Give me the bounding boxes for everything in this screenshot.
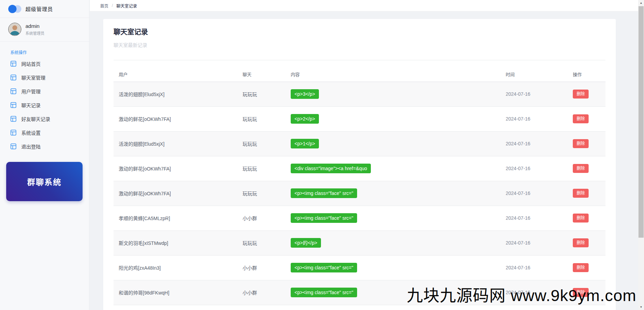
avatar — [8, 23, 21, 36]
delete-button[interactable]: 删除 — [573, 214, 589, 223]
cell-action: 删除 — [568, 82, 605, 106]
table-row: 孝顺的黄蜂[CA5MLzpR] 小小群 <p><img class="face"… — [114, 206, 605, 230]
sidebar-item-label: 好友聊天记录 — [21, 115, 50, 122]
cell-user: 激动的鲜花[oOKWh7FA] — [114, 106, 237, 131]
cell-content: <p><img class="face" src=" — [286, 181, 501, 206]
cell-user: 活泼的翅膀[Elud5xjX] — [114, 82, 237, 106]
sidebar-item[interactable]: 系统设置 — [0, 127, 89, 138]
cell-user: 激动的鲜花[oOKWh7FA] — [114, 156, 237, 181]
layout-icon — [10, 88, 17, 94]
cell-chat: 小小群 — [237, 280, 286, 305]
content-tag: <p>的</p> — [291, 238, 321, 248]
sidebar-item[interactable]: 用户管理 — [0, 86, 89, 96]
brand-header: 超级管理员 — [0, 0, 89, 18]
content-tag: <p>2</p> — [291, 114, 319, 124]
content-tag: <div class="image"><a href=&quo — [291, 164, 371, 173]
breadcrumb-home[interactable]: 首页 — [100, 3, 108, 9]
cell-content: <p>3</p> — [286, 82, 501, 106]
delete-button[interactable]: 删除 — [573, 114, 589, 123]
sidebar-item[interactable]: 网站首页 — [0, 59, 89, 69]
sidebar-menu: 系统操作 网站首页 聊天室管理 — [0, 42, 89, 152]
delete-button[interactable]: 删除 — [573, 263, 589, 272]
sidebar-item-label: 用户管理 — [21, 88, 41, 95]
cell-time: 2024-07-16 — [501, 181, 568, 206]
cell-time: 2024-07-16 — [501, 106, 568, 131]
table-header-row: 用户 聊天 内容 时间 操作 — [114, 60, 605, 82]
cell-content: <p>1</p> — [286, 131, 501, 156]
cell-user: 阳光的鸡[zxA48In3] — [114, 255, 237, 280]
layout-icon — [10, 74, 17, 81]
menu-list: 网站首页 聊天室管理 用户管理 — [0, 59, 89, 152]
column-header-content: 内容 — [286, 60, 501, 82]
cell-time: 2024-07-16 — [501, 255, 568, 280]
cell-time: 2024-07-16 — [501, 156, 568, 181]
brand-card: 群聊系统 — [6, 162, 83, 201]
cell-user: 斯文的羽毛[xISTMwdp] — [114, 230, 237, 255]
cell-chat: 小小群 — [237, 206, 286, 230]
cell-user: 和谐的帅哥[98dFKwqH] — [114, 280, 237, 305]
cell-action: 删除 — [568, 230, 605, 255]
page-subtitle: 聊天室最新记录 — [114, 42, 605, 49]
cell-action: 删除 — [568, 106, 605, 131]
user-role: 系统管理员 — [25, 30, 44, 36]
content-tag: <p>1</p> — [291, 139, 319, 148]
table-row: 激动的鲜花[oOKWh7FA] 玩玩玩 <p><img class="face"… — [114, 181, 605, 206]
sidebar-item[interactable]: 退出登陆 — [0, 141, 89, 152]
sidebar-item[interactable]: 聊天室管理 — [0, 72, 89, 83]
sidebar-item-label: 退出登陆 — [21, 143, 41, 150]
cell-content: <p>的</p> — [286, 230, 501, 255]
layout-icon — [10, 61, 17, 67]
content-tag: <p><img class="face" src=" — [291, 288, 357, 297]
sidebar-item-label: 聊天室管理 — [21, 74, 45, 81]
scroll-up-icon[interactable]: ▲ — [638, 0, 644, 6]
content-tag: <p><img class="face" src=" — [291, 213, 357, 223]
sidebar-item[interactable]: 聊天记录 — [0, 100, 89, 110]
delete-button[interactable]: 删除 — [573, 189, 589, 198]
records-table: 用户 聊天 内容 时间 操作 活泼的翅膀[Elud5xjX] 玩玩玩 <p>3<… — [114, 60, 605, 305]
sidebar-item-label: 网站首页 — [21, 60, 41, 67]
sidebar-item-label: 系统设置 — [21, 129, 41, 136]
menu-section-label: 系统操作 — [0, 46, 89, 57]
table-row: 激动的鲜花[oOKWh7FA] 玩玩玩 <div class="image"><… — [114, 156, 605, 181]
cell-content: <p><img class="face" src=" — [286, 255, 501, 280]
records-card: 聊天室记录 聊天室最新记录 用户 聊天 内容 时间 操作 活泼的翅膀[Elud5… — [103, 19, 616, 310]
content-tag: <p><img class="face" src=" — [291, 188, 357, 198]
cell-chat: 玩玩玩 — [237, 106, 286, 131]
cell-action: 删除 — [568, 206, 605, 230]
column-header-chat: 聊天 — [237, 60, 286, 82]
delete-button[interactable]: 删除 — [573, 90, 589, 99]
page-title: 聊天室记录 — [114, 27, 605, 37]
content-tag: <p><img class="face" src=" — [291, 263, 357, 272]
layout-icon — [10, 102, 17, 108]
table-row: 阳光的鸡[zxA48In3] 小小群 <p><img class="face" … — [114, 255, 605, 280]
content-tag: <p>3</p> — [291, 89, 319, 99]
delete-button[interactable]: 删除 — [573, 139, 589, 148]
content-area: 聊天室记录 聊天室最新记录 用户 聊天 内容 时间 操作 活泼的翅膀[Elud5… — [90, 11, 638, 310]
table-row: 活泼的翅膀[Elud5xjX] 玩玩玩 <p>1</p> 2024-07-16 … — [114, 131, 605, 156]
cell-user: 激动的鲜花[oOKWh7FA] — [114, 181, 237, 206]
sidebar-item[interactable]: 好友聊天记录 — [0, 114, 89, 124]
watermark-text: 九块九源码网 www.9k9ym.com — [407, 282, 636, 306]
breadcrumb-separator: / — [112, 3, 113, 8]
scroll-down-icon[interactable]: ▼ — [638, 304, 644, 310]
cell-content: <p><img class="face" src=" — [286, 206, 501, 230]
delete-button[interactable]: 删除 — [573, 164, 589, 173]
user-name: admin — [25, 23, 44, 29]
cell-time: 2024-07-16 — [501, 230, 568, 255]
layout-icon — [10, 143, 17, 149]
cell-chat: 玩玩玩 — [237, 156, 286, 181]
user-panel: admin 系统管理员 — [0, 18, 89, 42]
scrollbar-thumb[interactable] — [638, 6, 644, 238]
brand-title: 超级管理员 — [25, 5, 53, 12]
cell-action: 删除 — [568, 131, 605, 156]
sidebar-item-label: 聊天记录 — [21, 102, 41, 108]
table-row: 激动的鲜花[oOKWh7FA] 玩玩玩 <p>2</p> 2024-07-16 … — [114, 106, 605, 131]
layout-icon — [10, 130, 17, 136]
delete-button[interactable]: 删除 — [573, 238, 589, 247]
cell-content: <p>2</p> — [286, 106, 501, 131]
cell-action: 删除 — [568, 156, 605, 181]
table-row: 斯文的羽毛[xISTMwdp] 玩玩玩 <p>的</p> 2024-07-16 … — [114, 230, 605, 255]
vertical-scrollbar[interactable]: ▲ ▼ — [638, 0, 644, 310]
cell-user: 活泼的翅膀[Elud5xjX] — [114, 131, 237, 156]
cell-time: 2024-07-16 — [501, 131, 568, 156]
